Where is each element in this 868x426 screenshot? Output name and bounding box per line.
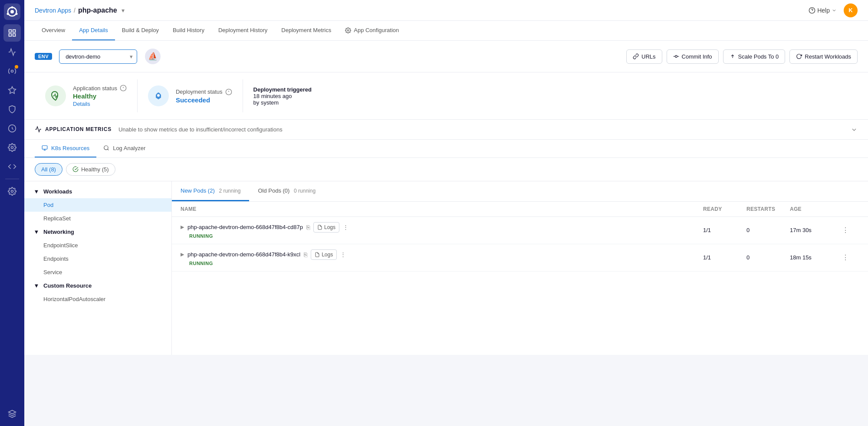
metrics-expand-icon[interactable] <box>851 126 858 133</box>
logs-button-1[interactable]: Logs <box>313 222 339 233</box>
tab-log-analyzer[interactable]: Log Analyzer <box>96 140 152 157</box>
breadcrumb-dropdown-btn[interactable]: ▾ <box>122 7 125 14</box>
new-pods-tab[interactable]: New Pods (2) 2 running <box>172 181 249 201</box>
restart-workloads-label: Restart Workloads <box>805 53 851 60</box>
app-status-info: Application status Healthy Details <box>73 85 127 107</box>
tab-build-history[interactable]: Build History <box>166 21 211 40</box>
tab-app-details[interactable]: App Details <box>72 21 115 40</box>
tree-item-pod[interactable]: Pod <box>24 198 171 212</box>
scale-pods-label: Scale Pods To 0 <box>738 53 779 60</box>
pod-name-cell-2: ▶ php-apache-devtron-demo-668d47f8b4-k9x… <box>181 249 703 266</box>
pod-name-cell-1: ▶ php-apache-devtron-demo-668d47f8b4-cd8… <box>181 222 703 239</box>
tree-section-custom-resource[interactable]: ▼ Custom Resource <box>24 279 171 292</box>
tab-overview[interactable]: Overview <box>35 21 72 40</box>
app-status-detail[interactable]: Details <box>73 101 127 107</box>
col-age: Age <box>790 206 842 212</box>
pod-expand-icon-1[interactable]: ▶ <box>181 224 184 230</box>
restart-workloads-button[interactable]: Restart Workloads <box>789 49 858 64</box>
help-label: Help <box>817 7 830 14</box>
col-restarts: Restarts <box>746 206 790 212</box>
pod-more-menu-2[interactable]: ⋮ <box>842 253 859 262</box>
networking-chevron-icon: ▼ <box>33 229 40 235</box>
tree-section-workloads[interactable]: ▼ Workloads <box>24 185 171 198</box>
app-status-value[interactable]: Healthy <box>73 92 127 100</box>
filter-bar: All (8) Healthy (5) <box>24 158 868 181</box>
helm-icon[interactable]: ⛵ <box>144 48 161 65</box>
sidebar-item-security[interactable] <box>3 101 21 118</box>
tree-item-replicaset[interactable]: ReplicaSet <box>24 212 171 225</box>
copy-icon-1[interactable]: ⎘ <box>306 224 310 231</box>
metrics-section[interactable]: APPLICATION METRICS Unable to show metri… <box>24 120 868 140</box>
svg-point-3 <box>11 7 13 9</box>
tree-item-service[interactable]: Service <box>24 265 171 279</box>
breadcrumb-parent[interactable]: Devtron Apps <box>35 7 71 14</box>
old-pods-tab[interactable]: Old Pods (0) 0 running <box>249 181 324 201</box>
sidebar-logo[interactable] <box>4 3 20 20</box>
tree-section-networking[interactable]: ▼ Networking <box>24 225 171 239</box>
nav-tabs: Overview App Details Build & Deploy Buil… <box>24 21 868 41</box>
tab-deployment-history[interactable]: Deployment History <box>211 21 274 40</box>
new-pods-subtitle: 2 running <box>219 188 240 194</box>
sidebar-item-dashboard[interactable] <box>3 24 21 42</box>
svg-point-14 <box>11 190 13 193</box>
pod-menu-icon-inline-1[interactable]: ⋮ <box>343 224 349 230</box>
pod-expand-icon-2[interactable]: ▶ <box>181 252 184 257</box>
sidebar-item-settings[interactable] <box>3 183 21 200</box>
svg-point-18 <box>347 29 349 31</box>
copy-icon-2[interactable]: ⎘ <box>304 251 307 258</box>
metrics-message: Unable to show metrics due to insufficie… <box>118 126 283 133</box>
commit-info-button[interactable]: Commit Info <box>667 49 719 64</box>
deploy-status-card: Deployment status Succeeded <box>138 79 243 112</box>
app-status-card: Application status Healthy Details <box>35 79 138 112</box>
svg-point-4 <box>7 13 9 15</box>
tree-item-endpoints[interactable]: Endpoints <box>24 252 171 265</box>
tab-k8s-resources[interactable]: K8s Resources <box>35 140 96 157</box>
tab-deployment-metrics[interactable]: Deployment Metrics <box>274 21 338 40</box>
pod-name-2: php-apache-devtron-demo-668d47f8b4-k9xcl <box>187 251 300 258</box>
sidebar-item-helm[interactable] <box>3 120 21 137</box>
svg-point-2 <box>10 10 14 13</box>
tab-build-deploy[interactable]: Build & Deploy <box>115 21 166 40</box>
sidebar-item-code[interactable] <box>3 158 21 175</box>
table-row: ▶ php-apache-devtron-demo-668d47f8b4-k9x… <box>172 244 868 272</box>
env-select[interactable]: devtron-demo <box>59 49 137 64</box>
logs-button-2[interactable]: Logs <box>311 249 337 260</box>
tree-item-endpointslice[interactable]: EndpointSlice <box>24 239 171 252</box>
resources-layout: ▼ Workloads Pod ReplicaSet ▼ Networking … <box>24 181 868 355</box>
help-button[interactable]: Help <box>809 7 837 14</box>
sidebar-item-layers[interactable] <box>3 405 21 423</box>
resource-tree: ▼ Workloads Pod ReplicaSet ▼ Networking … <box>24 181 172 355</box>
urls-button[interactable]: URLs <box>626 49 662 64</box>
breadcrumb-separator: / <box>74 7 76 14</box>
tab-app-configuration[interactable]: App Configuration <box>338 21 406 40</box>
sidebar-item-chart[interactable] <box>3 43 21 61</box>
pod-restarts-2: 0 <box>746 254 790 261</box>
deploy-status-info: Deployment status Succeeded <box>176 88 232 104</box>
sidebar-item-deploy[interactable] <box>3 82 21 99</box>
svg-point-10 <box>11 70 13 72</box>
main-content: Devtron Apps / php-apache ▾ Help K Overv… <box>24 0 868 426</box>
filter-healthy-button[interactable]: Healthy (5) <box>66 163 115 176</box>
trigger-info: Deployment triggered 18 minutes ago by s… <box>253 86 312 106</box>
sidebar-item-settings-global[interactable] <box>3 139 21 156</box>
pods-panel: New Pods (2) 2 running Old Pods (0) 0 ru… <box>172 181 868 355</box>
svg-marker-15 <box>9 410 16 414</box>
action-buttons: URLs Commit Info Scale Pods To 0 Restart… <box>626 49 858 64</box>
pod-age-2: 18m 15s <box>790 254 842 261</box>
custom-resource-chevron-icon: ▼ <box>33 282 40 289</box>
env-badge: ENV <box>35 53 52 60</box>
sidebar-item-apps[interactable] <box>3 62 21 80</box>
filter-all-button[interactable]: All (8) <box>35 163 62 176</box>
pod-ready-1: 1/1 <box>703 227 746 233</box>
table-row: ▶ php-apache-devtron-demo-668d47f8b4-cd8… <box>172 217 868 244</box>
svg-text:⛵: ⛵ <box>148 52 158 61</box>
deploy-icon <box>148 85 169 106</box>
user-avatar[interactable]: K <box>844 3 858 17</box>
pod-more-menu-1[interactable]: ⋮ <box>842 226 859 234</box>
workloads-chevron-icon: ▼ <box>33 188 40 195</box>
col-name: Name <box>181 206 703 212</box>
scale-pods-button[interactable]: Scale Pods To 0 <box>723 49 786 64</box>
tree-item-hpa[interactable]: HorizontalPodAutoscaler <box>24 292 171 306</box>
urls-label: URLs <box>641 53 656 60</box>
pod-menu-icon-inline-2[interactable]: ⋮ <box>340 251 346 258</box>
